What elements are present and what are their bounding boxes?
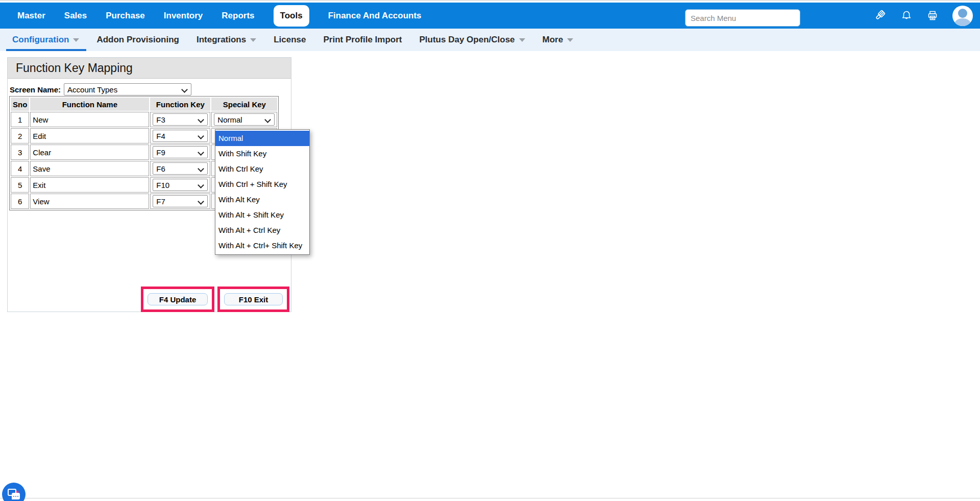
chevron-down-icon (519, 38, 525, 42)
top-navbar: Master Sales Purchase Inventory Reports … (0, 3, 980, 29)
chevron-down-icon (250, 38, 256, 42)
dropdown-option-with-ctrl-shift-key[interactable]: With Ctrl + Shift Key (215, 177, 309, 192)
chat-widget-button[interactable] (2, 483, 26, 501)
cell-function-key: F3 (150, 112, 210, 127)
bell-icon[interactable] (900, 10, 913, 22)
user-avatar[interactable] (952, 6, 973, 26)
cell-function-name: Exit (30, 177, 149, 193)
header-sno: Sno (11, 98, 29, 111)
special-key-value: Normal (217, 115, 242, 124)
printer-icon[interactable] (926, 10, 939, 22)
avatar-torso (954, 18, 971, 26)
header-function-key: Function Key (150, 98, 210, 111)
cell-sno: 4 (11, 161, 29, 176)
screen-name-selected-value: Account Types (67, 85, 117, 94)
function-key-select[interactable]: F10 (153, 179, 208, 191)
panel-title: Function Key Mapping (8, 58, 291, 79)
function-key-value: F7 (156, 197, 165, 206)
function-key-select[interactable]: F9 (153, 146, 208, 158)
f4-update-button[interactable]: F4 Update (148, 293, 208, 305)
subnav-item-license[interactable]: License (274, 29, 306, 51)
nav-item-purchase[interactable]: Purchase (106, 11, 145, 21)
nav-item-finance-and-accounts[interactable]: Finance And Accounts (328, 11, 422, 21)
dropdown-option-with-alt-shift-key[interactable]: With Alt + Shift Key (215, 207, 309, 223)
cell-sno: 6 (11, 194, 29, 209)
function-key-select[interactable]: F4 (153, 130, 208, 142)
cell-function-name: View (30, 194, 149, 209)
cell-function-name: Clear (30, 145, 149, 160)
subnav-items: Configuration Addon Provisioning Integra… (12, 29, 573, 51)
function-key-value: F10 (156, 181, 169, 189)
cell-function-key: F7 (150, 194, 210, 209)
cell-sno: 3 (11, 145, 29, 160)
function-key-select[interactable]: F7 (153, 195, 208, 207)
cell-function-name: Save (30, 161, 149, 176)
search-menu-input[interactable] (685, 9, 800, 27)
subnav-item-addon-provisioning[interactable]: Addon Provisioning (96, 29, 179, 51)
subnav-item-label: More (543, 35, 564, 45)
window-top-border (0, 0, 980, 1)
cell-function-key: F6 (150, 161, 210, 176)
highlight-box-update: F4 Update (141, 287, 214, 312)
dropdown-option-normal[interactable]: Normal (215, 131, 309, 146)
dropdown-option-with-shift-key[interactable]: With Shift Key (215, 146, 309, 161)
function-key-select[interactable]: F3 (153, 113, 208, 126)
dropdown-option-with-alt-key[interactable]: With Alt Key (215, 192, 309, 207)
page: Master Sales Purchase Inventory Reports … (0, 0, 980, 501)
subnav-item-print-profile-import[interactable]: Print Profile Import (324, 29, 402, 51)
screen-name-label: Screen Name: (10, 85, 61, 94)
subnav-item-label: Configuration (12, 35, 69, 45)
top-right-icons (873, 3, 973, 29)
subnav-item-integrations[interactable]: Integrations (197, 29, 256, 51)
tools-subnav: Configuration Addon Provisioning Integra… (0, 29, 980, 51)
subnav-item-label: Addon Provisioning (96, 35, 179, 45)
highlight-box-exit: F10 Exit (217, 287, 289, 312)
chevron-down-icon (73, 38, 79, 42)
cell-sno: 5 (11, 177, 29, 193)
function-key-value: F9 (156, 148, 165, 157)
cell-function-key: F4 (150, 128, 210, 144)
dropdown-option-with-alt-ctrl-shift-key[interactable]: With Alt + Ctrl+ Shift Key (215, 238, 309, 253)
nav-item-sales[interactable]: Sales (64, 11, 87, 21)
page-bottom-divider (0, 498, 980, 498)
search-menu-wrap (685, 9, 800, 27)
paint-brush-icon[interactable] (873, 9, 887, 22)
chevron-down-icon (567, 38, 573, 42)
cell-function-key: F9 (150, 145, 210, 160)
chat-bubble-dots-icon (12, 493, 20, 499)
dropdown-option-with-ctrl-key[interactable]: With Ctrl Key (215, 161, 309, 177)
subnav-item-label: License (274, 35, 306, 45)
nav-item-inventory[interactable]: Inventory (164, 11, 203, 21)
table-header-row: Sno Function Name Function Key Special K… (11, 98, 277, 111)
cell-function-name: Edit (30, 128, 149, 144)
cell-special-key: Normal (211, 112, 277, 127)
top-nav-items: Master Sales Purchase Inventory Reports … (17, 5, 422, 27)
function-key-value: F3 (156, 115, 165, 124)
screen-name-select[interactable]: Account Types (64, 83, 191, 96)
avatar-head (958, 9, 967, 18)
screen-name-row: Screen Name: Account Types (10, 83, 191, 96)
subnav-item-configuration[interactable]: Configuration (12, 29, 79, 51)
function-key-value: F6 (156, 164, 165, 173)
cell-function-name: New (30, 112, 149, 127)
nav-item-master[interactable]: Master (17, 11, 45, 21)
header-function-name: Function Name (30, 98, 149, 111)
nav-item-tools-active[interactable]: Tools (274, 5, 309, 27)
subnav-item-label: Print Profile Import (324, 35, 402, 45)
nav-item-reports[interactable]: Reports (222, 11, 254, 21)
special-key-select-open[interactable]: Normal (214, 113, 275, 126)
cell-function-key: F10 (150, 177, 210, 193)
special-key-dropdown-popup: Normal With Shift Key With Ctrl Key With… (215, 129, 310, 255)
cell-sno: 2 (11, 128, 29, 144)
function-key-select[interactable]: F6 (153, 162, 208, 175)
header-special-key: Special Key (211, 98, 277, 111)
table-row: 1 New F3 Normal (11, 112, 277, 127)
subnav-item-label: Integrations (197, 35, 246, 45)
subnav-item-plutus-day-open-close[interactable]: Plutus Day Open/Close (420, 29, 525, 51)
dropdown-option-with-alt-ctrl-key[interactable]: With Alt + Ctrl Key (215, 223, 309, 238)
subnav-item-label: Plutus Day Open/Close (420, 35, 515, 45)
f10-exit-button[interactable]: F10 Exit (224, 293, 283, 305)
subnav-item-more[interactable]: More (543, 29, 574, 51)
function-key-value: F4 (156, 132, 165, 140)
cell-sno: 1 (11, 112, 29, 127)
